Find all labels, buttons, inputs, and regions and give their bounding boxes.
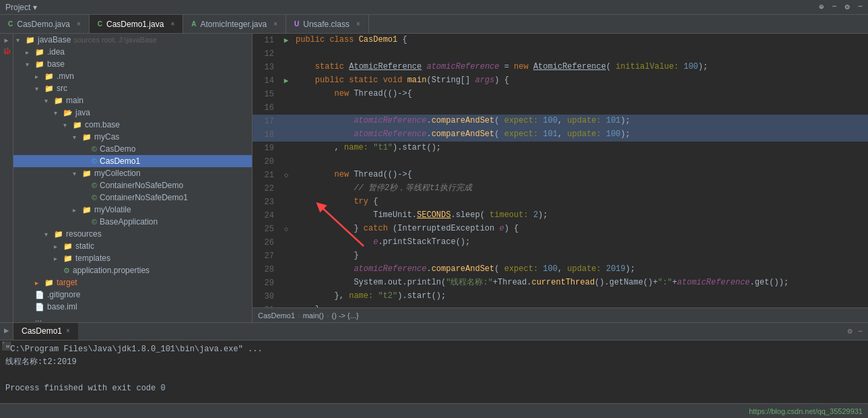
sidebar-item-resources[interactable]: ▾ 📁 resources xyxy=(13,228,252,240)
line-number: 24 xyxy=(253,209,279,222)
line-gutter xyxy=(279,182,293,196)
line-code: public static void main(String[] args) { xyxy=(293,74,868,88)
line-code: new Thread(()->{ xyxy=(293,88,868,101)
git-icon: 📄 xyxy=(35,291,44,299)
src-label: src xyxy=(57,84,67,93)
sidebar-item-idea[interactable]: ▸ 📁 .idea xyxy=(13,46,252,58)
sidebar-item-base[interactable]: ▾ 📁 base xyxy=(13,58,252,70)
debug-icon[interactable]: 🐞 xyxy=(3,47,11,55)
code-line-25: 25 ◇ } catch (InterruptedException e) { xyxy=(253,222,868,236)
expand-arrow: ▾ xyxy=(73,170,82,177)
java-icon: C xyxy=(98,20,102,28)
sidebar-item-src[interactable]: ▾ 📁 src xyxy=(13,82,252,94)
sidebar-item-combase[interactable]: ▾ 📁 com.base xyxy=(13,119,252,131)
folder-icon: 📁 xyxy=(35,60,44,69)
line-code: , name: "t1").start(); xyxy=(293,142,868,155)
code-content[interactable]: 11 ▶ public class CasDemo1 { 12 13 xyxy=(253,34,868,307)
sidebar-item-static[interactable]: ▸ 📁 static xyxy=(13,240,252,252)
java-file-icon: © xyxy=(92,145,97,153)
breadcrumb-main[interactable]: main() xyxy=(303,311,324,320)
folder-icon: 📁 xyxy=(63,242,73,251)
bottom-panel: ▶ ⬛ CasDemo1 × ⚙ − "C:\Program Files\Jav… xyxy=(0,322,868,403)
code-line-28: 28 atomicReference.compareAndSet( expect… xyxy=(253,263,868,276)
sidebar-item-containernosafedemo1[interactable]: © ContainerNoSafeDemo1 xyxy=(13,191,252,204)
sidebar-item-mycollection[interactable]: ▾ 📁 myCollection xyxy=(13,167,252,179)
tab-casdemo-close[interactable]: × xyxy=(77,20,81,28)
sidebar-item-java[interactable]: ▾ 📂 java xyxy=(13,107,252,119)
collapse-icon[interactable]: − xyxy=(832,2,836,12)
bottom-tab-casdemo1[interactable]: CasDemo1 × xyxy=(13,323,78,340)
expand-arrow: ▾ xyxy=(44,231,54,238)
sidebar-item-myvolatile[interactable]: ▸ 📁 myVolatile xyxy=(13,204,252,216)
code-line-12: 12 xyxy=(253,47,868,61)
java-icon: C xyxy=(8,20,13,28)
line-code: TimeUnit.SECONDS.sleep( timeout: 2); xyxy=(293,209,868,222)
folder-icon: 📁 xyxy=(82,169,92,178)
line-code: e.printStackTrace(); xyxy=(293,236,868,249)
line-code xyxy=(293,101,868,115)
tab-unsafe[interactable]: U Unsafe.class × xyxy=(286,15,369,33)
code-line-15: 15 new Thread(()->{ xyxy=(253,88,868,101)
sidebar-item-casdemo[interactable]: © CasDemo xyxy=(13,143,252,155)
sidebar-item-containernosafeDemo[interactable]: © ContainerNoSafeDemo xyxy=(13,179,252,191)
more-label: ... xyxy=(35,314,42,322)
add-module-icon[interactable]: ⊕ xyxy=(819,2,824,12)
close-bottom-icon[interactable]: − xyxy=(858,327,863,336)
javabase-label: javaBase xyxy=(38,35,71,44)
tab-casdemo-label: CasDemo.java xyxy=(17,20,70,29)
breadcrumb-lambda[interactable]: () -> {...} xyxy=(332,311,359,320)
sidebar-item-target[interactable]: ▸ 📁 target xyxy=(13,276,252,289)
tab-atomicinteger-close[interactable]: × xyxy=(273,20,277,28)
line-code: // 暂停2秒，等线程t1执行完成 xyxy=(293,182,868,196)
sidebar-item-javabase[interactable]: ▾ 📁 javaBase sources root, J:\javaBase xyxy=(13,34,252,46)
tab-casdemo1-label: CasDemo1.java xyxy=(106,20,164,29)
line-gutter xyxy=(279,101,293,115)
close-panel-icon[interactable]: − xyxy=(858,2,863,12)
console-line-1: "C:\Program Files\Java\jdk1.8.0_101\bin\… xyxy=(5,343,863,356)
sidebar-item-baseiml[interactable]: 📄 base.iml xyxy=(13,301,252,313)
sidebar-item-mvn[interactable]: ▸ 📁 .mvn xyxy=(13,70,252,82)
sidebar-item-mycas[interactable]: ▾ 📁 myCas xyxy=(13,131,252,143)
expand-arrow: ▸ xyxy=(35,73,44,80)
sidebar-item-appprops[interactable]: ⚙ application.properties xyxy=(13,264,252,276)
static-label: static xyxy=(75,241,94,251)
tab-atomicinteger-label: AtomicInteger.java xyxy=(200,20,267,29)
sidebar-item-baseapp[interactable]: © BaseApplication xyxy=(13,216,252,228)
sidebar-item-main[interactable]: ▾ 📁 main xyxy=(13,94,252,107)
tab-casdemo1[interactable]: C CasDemo1.java × xyxy=(90,15,183,33)
settings-icon[interactable]: ⚙ xyxy=(845,2,850,12)
main-area: ▶ 🐞 ▾ 📁 javaBase sources root, J:\javaBa… xyxy=(0,34,868,322)
line-number: 17 xyxy=(253,115,279,128)
code-line-11: 11 ▶ public class CasDemo1 { xyxy=(253,34,868,47)
line-gutter: ◇ xyxy=(279,222,293,236)
no-arrow xyxy=(82,182,92,189)
project-dropdown[interactable]: Project ▾ xyxy=(5,3,37,12)
run-console-icon[interactable]: ▶ xyxy=(4,326,9,336)
sidebar-item-casdemo1[interactable]: © CasDemo1 xyxy=(13,155,252,167)
expand-arrow: ▾ xyxy=(63,121,73,129)
expand-arrow: ▸ xyxy=(73,206,82,214)
code-line-16: 16 xyxy=(253,101,868,115)
expand-arrow: ▸ xyxy=(35,279,44,287)
tab-atomicinteger[interactable]: A AtomicInteger.java × xyxy=(183,15,286,33)
breadcrumb-casdemo1[interactable]: CasDemo1 xyxy=(258,311,295,320)
tab-casdemo1-close[interactable]: × xyxy=(170,20,174,28)
breadcrumb-sep: › xyxy=(327,311,329,320)
settings-gear-icon[interactable]: ⚙ xyxy=(848,326,853,336)
java-file-icon: © xyxy=(92,218,97,226)
line-number: 20 xyxy=(253,155,279,169)
code-table: 11 ▶ public class CasDemo1 { 12 13 xyxy=(253,34,868,307)
javabase-sub: sources root, J:\javaBase xyxy=(73,36,157,44)
sidebar-item-templates[interactable]: ▸ 📁 templates xyxy=(13,252,252,264)
tab-casdemo[interactable]: C CasDemo.java × xyxy=(0,15,90,33)
line-number: 14 xyxy=(253,74,279,88)
code-line-24: 24 TimeUnit.SECONDS.sleep( timeout: 2); xyxy=(253,209,868,222)
line-gutter xyxy=(279,128,293,142)
run-icon[interactable]: ▶ xyxy=(4,36,8,44)
sidebar-item-more[interactable]: ... xyxy=(13,313,252,322)
line-code: System.out.println("线程名称:"+Thread.curren… xyxy=(293,276,868,290)
containernosafedemo1-label: ContainerNoSafeDemo1 xyxy=(100,193,188,202)
bottom-tab-close[interactable]: × xyxy=(66,327,70,334)
tab-unsafe-close[interactable]: × xyxy=(356,20,360,28)
sidebar-item-gitignore[interactable]: 📄 .gitignore xyxy=(13,289,252,301)
